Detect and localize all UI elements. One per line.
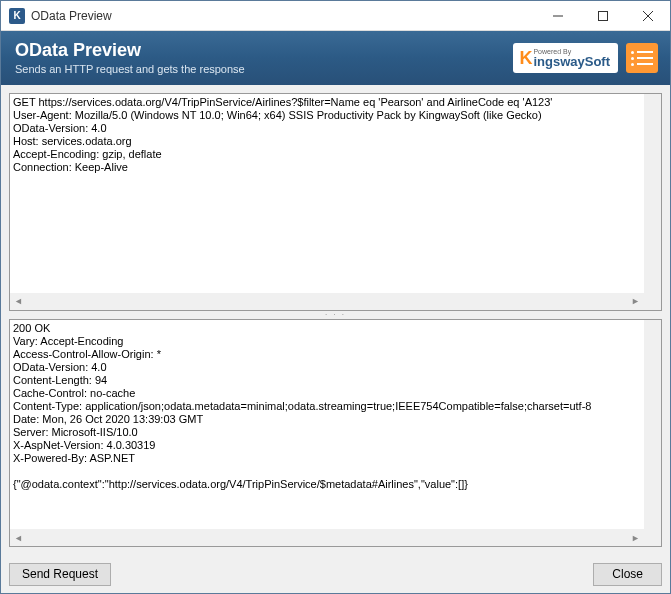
scroll-corner <box>644 293 661 310</box>
send-request-button[interactable]: Send Request <box>9 563 111 586</box>
scroll-right-icon[interactable]: ► <box>627 529 644 546</box>
svg-rect-1 <box>598 11 607 20</box>
app-icon: K <box>9 8 25 24</box>
maximize-icon <box>598 11 608 21</box>
scroll-left-icon[interactable]: ◄ <box>10 293 27 310</box>
response-vscrollbar[interactable] <box>644 320 661 529</box>
window-controls <box>535 1 670 30</box>
logo-brand-name: ingswaySoft <box>533 54 610 69</box>
window-title: OData Preview <box>31 9 535 23</box>
close-icon <box>643 11 653 21</box>
close-window-button[interactable] <box>625 1 670 30</box>
request-pane[interactable]: GET https://services.odata.org/V4/TripPi… <box>9 93 662 311</box>
scroll-left-icon[interactable]: ◄ <box>10 529 27 546</box>
response-text[interactable]: 200 OK Vary: Accept-Encoding Access-Cont… <box>10 320 644 529</box>
page-title: OData Preview <box>15 41 513 61</box>
request-hscrollbar[interactable]: ◄ ► <box>10 293 644 310</box>
page-subtitle: Sends an HTTP request and gets the respo… <box>15 63 513 75</box>
header-banner: OData Preview Sends an HTTP request and … <box>1 31 670 85</box>
splitter-handle[interactable]: · · · <box>9 311 662 319</box>
scroll-right-icon[interactable]: ► <box>627 293 644 310</box>
response-hscrollbar[interactable]: ◄ ► <box>10 529 644 546</box>
maximize-button[interactable] <box>580 1 625 30</box>
odata-preview-window: K OData Preview OData Preview Sends an H… <box>0 0 671 594</box>
content-area: GET https://services.odata.org/V4/TripPi… <box>1 85 670 555</box>
request-text[interactable]: GET https://services.odata.org/V4/TripPi… <box>10 94 644 293</box>
request-vscrollbar[interactable] <box>644 94 661 293</box>
response-pane[interactable]: 200 OK Vary: Accept-Encoding Access-Cont… <box>9 319 662 547</box>
minimize-button[interactable] <box>535 1 580 30</box>
minimize-icon <box>553 11 563 21</box>
header-logo-group: K Powered By ingswaySoft <box>513 43 658 73</box>
kingswaysoft-logo: K Powered By ingswaySoft <box>513 43 618 73</box>
close-button[interactable]: Close <box>593 563 662 586</box>
scroll-corner <box>644 529 661 546</box>
footer-bar: Send Request Close <box>1 555 670 593</box>
titlebar[interactable]: K OData Preview <box>1 1 670 31</box>
logo-k-icon: K <box>519 48 532 69</box>
list-icon <box>626 43 658 73</box>
